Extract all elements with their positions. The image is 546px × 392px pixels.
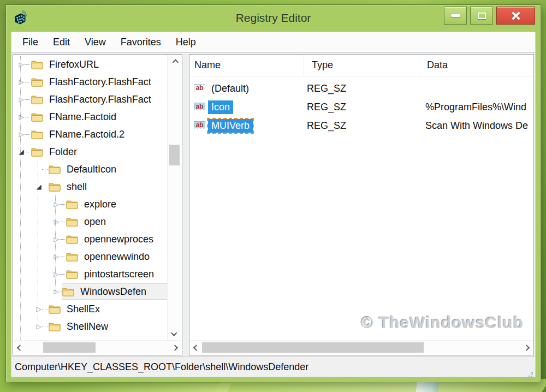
tree-item-open[interactable]: ▷open: [14, 213, 167, 230]
tree-item-pintostartscreen[interactable]: ▷pintostartscreen: [14, 265, 167, 283]
tree-connector: [42, 326, 48, 327]
registry-editor-window: Registry Editor FileEditViewFavoritesHel…: [5, 4, 541, 382]
value-name-cell: abIcon: [189, 100, 304, 114]
value-row-icon[interactable]: abIconREG_SZ%ProgramFiles%\Wind: [189, 98, 533, 116]
expander-collapsed-icon[interactable]: ▷: [35, 323, 42, 330]
tree-connector: [25, 134, 30, 135]
tree-item-shell[interactable]: ◢shell: [14, 178, 167, 195]
tree-connector: [60, 204, 65, 205]
chevron-left-icon: [17, 345, 23, 351]
value-data-cell: Scan With Windows De: [419, 120, 533, 132]
list-header: Name Type Data: [189, 55, 533, 76]
scroll-right-button[interactable]: [167, 341, 181, 355]
close-button[interactable]: [496, 7, 535, 25]
menu-item-favorites[interactable]: Favorites: [121, 37, 161, 48]
expander-collapsed-icon[interactable]: ▷: [35, 306, 42, 312]
tree-item-firefoxurl[interactable]: ▷FirefoxURL: [14, 56, 167, 73]
string-value-icon: ab: [194, 103, 205, 112]
tree-item-flashfactory.flashfact[interactable]: ▷FlashFactory.FlashFact: [14, 73, 167, 91]
expander-collapsed-icon[interactable]: ▷: [18, 131, 25, 138]
value-row-default[interactable]: ab(Default)REG_SZ: [189, 79, 533, 98]
tree-item-label: ShellNew: [64, 320, 110, 333]
column-header-name[interactable]: Name: [189, 55, 304, 76]
tree-item-defaulticon[interactable]: DefaultIcon: [14, 161, 167, 178]
tree-item-shellex[interactable]: ▷ShellEx: [14, 300, 167, 318]
wallpaper-ribbon: [416, 381, 439, 392]
menu-item-view[interactable]: View: [85, 37, 106, 48]
expander-expanded-icon[interactable]: ◢: [35, 183, 42, 190]
tree-item-label: Folder: [47, 146, 79, 158]
list-horizontal-scrollbar[interactable]: [190, 340, 533, 354]
tree-vertical-scrollbar[interactable]: [167, 55, 181, 340]
minimize-button[interactable]: [444, 7, 467, 25]
expander-collapsed-icon[interactable]: ▷: [18, 79, 25, 85]
tree-item-label: FirefoxURL: [47, 58, 101, 71]
folder-icon: [31, 94, 43, 104]
tree-connector: [42, 309, 48, 310]
tree-item-label: shell: [64, 181, 89, 193]
folder-icon: [66, 234, 78, 244]
expander-collapsed-icon[interactable]: ▷: [53, 201, 60, 207]
scroll-right-button[interactable]: [519, 341, 533, 355]
tree-vscroll-thumb[interactable]: [169, 145, 180, 165]
menu-item-edit[interactable]: Edit: [53, 37, 70, 48]
tree-horizontal-scrollbar[interactable]: [14, 340, 181, 354]
folder-icon: [66, 269, 78, 279]
list-hscroll-thumb[interactable]: [202, 342, 424, 353]
scroll-up-button[interactable]: [168, 55, 182, 69]
value-data-cell: %ProgramFiles%\Wind: [419, 102, 533, 113]
scroll-down-button[interactable]: [168, 326, 182, 340]
expander-collapsed-icon[interactable]: ▷: [53, 271, 60, 277]
folder-icon: [49, 322, 61, 331]
tree-item-folder[interactable]: ◢Folder: [14, 143, 167, 161]
tree-hscroll-thumb[interactable]: [43, 342, 96, 353]
registry-tree-pane: ▷FirefoxURL▷FlashFactory.FlashFact▷Flash…: [13, 54, 182, 355]
folder-icon: [31, 129, 43, 139]
expander-collapsed-icon[interactable]: ▷: [18, 96, 25, 103]
tree-connector: [25, 117, 30, 117]
tree-item-label: DefaultIcon: [64, 163, 118, 176]
chevron-left-icon: [193, 345, 199, 351]
values-list-pane: Name Type Data ab(Default)REG_SZabIconRE…: [189, 54, 534, 355]
tree-item-fname.factoid[interactable]: ▷FName.Factoid: [14, 108, 167, 126]
tree-connector: [25, 82, 30, 82]
tree-item-label: FlashFactory.FlashFact: [47, 76, 153, 88]
expander-collapsed-icon[interactable]: ▷: [18, 114, 25, 120]
column-header-type[interactable]: Type: [304, 55, 419, 76]
expander-collapsed-icon[interactable]: ▷: [53, 288, 60, 295]
expander-collapsed-icon[interactable]: ▷: [53, 253, 60, 260]
tree-item-flashfactory.flashfact[interactable]: ▷FlashFactory.FlashFact: [14, 91, 167, 108]
maximize-button[interactable]: [470, 7, 493, 25]
close-icon: [511, 10, 521, 21]
expander-collapsed-icon[interactable]: ▷: [18, 61, 25, 68]
expander-collapsed-icon[interactable]: ▷: [53, 218, 60, 225]
tree-item-fonfile[interactable]: ▷fonfile: [14, 335, 167, 340]
expander-expanded-icon[interactable]: ◢: [18, 149, 25, 155]
menu-item-help[interactable]: Help: [176, 37, 196, 48]
tree-item-shellnew[interactable]: ▷ShellNew: [14, 318, 167, 335]
tree-item-opennewproces[interactable]: ▷opennewproces: [14, 230, 167, 248]
value-name-label: Icon: [208, 100, 233, 114]
value-type-cell: REG_SZ: [304, 102, 419, 113]
tree-item-windowsdefen[interactable]: ▷WindowsDefen: [14, 283, 167, 300]
folder-icon: [66, 217, 78, 227]
column-header-data[interactable]: Data: [419, 55, 533, 76]
tree-item-fname.factoid.2[interactable]: ▷FName.Factoid.2: [14, 126, 167, 143]
tree-item-label: FName.Factoid: [47, 111, 118, 123]
scroll-left-button[interactable]: [14, 341, 28, 355]
wallpaper-leaf-streak: [63, 383, 232, 392]
tree-item-label: FName.Factoid.2: [47, 128, 127, 141]
value-name-cell: abMUIVerb: [189, 119, 304, 133]
tree-connector: [60, 274, 65, 275]
folder-icon: [31, 77, 43, 87]
tree-item-explore[interactable]: ▷explore: [14, 195, 167, 213]
folder-icon: [49, 304, 61, 314]
tree-item-opennewwindo[interactable]: ▷opennewwindo: [14, 248, 167, 265]
resize-grip-icon[interactable]: [531, 373, 532, 374]
menu-item-file[interactable]: File: [22, 37, 38, 48]
tree-connector: [25, 64, 30, 65]
expander-collapsed-icon[interactable]: ▷: [53, 236, 60, 242]
maximize-icon: [478, 13, 486, 19]
value-row-muiverb[interactable]: abMUIVerbREG_SZScan With Windows De: [189, 116, 533, 135]
title-bar[interactable]: Registry Editor: [6, 5, 541, 32]
